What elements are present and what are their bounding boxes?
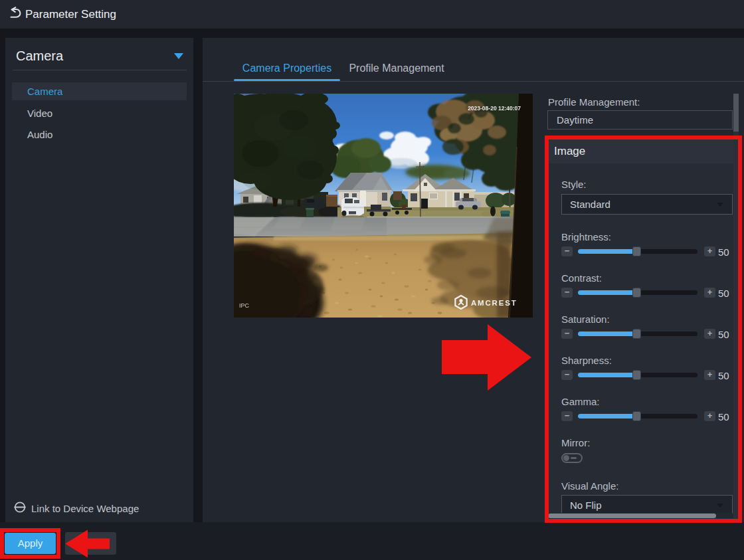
svg-text:AMCREST: AMCREST bbox=[471, 299, 517, 307]
svg-text:IPC: IPC bbox=[239, 302, 250, 309]
svg-text:2023-08-20 12:40:07: 2023-08-20 12:40:07 bbox=[468, 105, 521, 112]
